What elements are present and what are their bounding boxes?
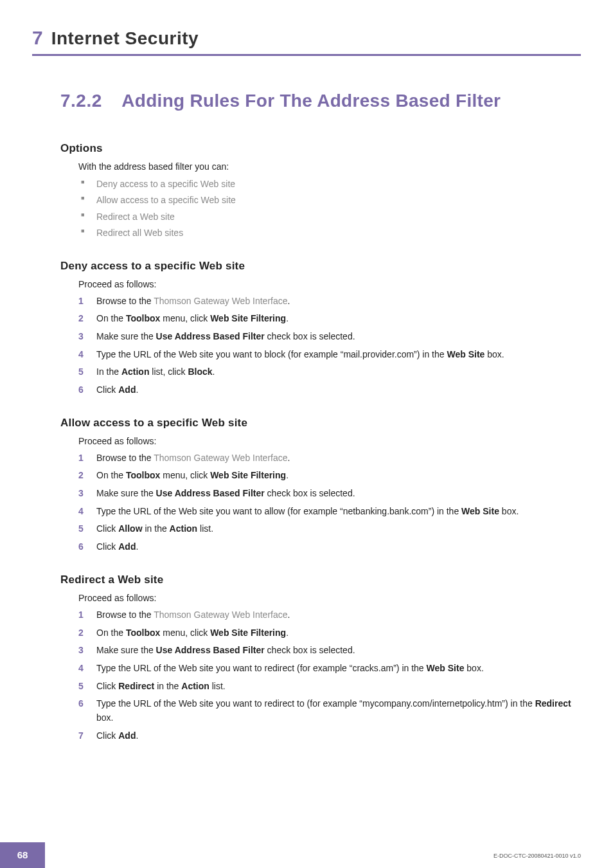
step-text: Browse to the (96, 453, 154, 463)
step-number: 4 (78, 662, 90, 676)
bold-text: Block (188, 366, 212, 377)
step-number: 6 (78, 697, 90, 711)
step-item: 6Type the URL of the Web site you want t… (78, 697, 581, 725)
deny-steps: 1Browse to the Thomson Gateway Web Inter… (78, 294, 581, 397)
redirect-heading: Redirect a Web site (60, 574, 581, 586)
step-text: in the (143, 523, 170, 534)
bold-text: Web Site (447, 349, 484, 359)
options-intro: With the address based filter you can: (78, 161, 581, 172)
bold-text: Action (170, 523, 198, 534)
bold-text: Add (118, 384, 136, 395)
step-text: Make sure the (96, 645, 156, 655)
bold-text: Action (121, 366, 150, 377)
allow-heading: Allow access to a specific Web site (60, 417, 581, 429)
step-text: list. (197, 523, 213, 534)
page: 7 Internet Security 7.2.2 Adding Rules F… (0, 0, 613, 868)
step-text: . (286, 470, 289, 480)
step-item: 3Make sure the Use Address Based Filter … (78, 487, 581, 501)
list-item: Allow access to a specific Web site (78, 193, 581, 207)
step-text: menu, click (160, 470, 210, 480)
step-text: menu, click (160, 313, 210, 323)
step-number: 3 (78, 487, 90, 501)
bold-text: Use Address Based Filter (156, 488, 265, 498)
step-text: . (213, 366, 215, 377)
step-text: Make sure the (96, 331, 156, 341)
step-number: 5 (78, 522, 90, 536)
step-text: . (136, 730, 138, 741)
step-text: in the (154, 681, 181, 691)
section-title: 7.2.2 Adding Rules For The Address Based… (60, 91, 581, 111)
bold-text: Add (118, 730, 136, 741)
step-text: Click (96, 523, 118, 534)
step-item: 1Browse to the Thomson Gateway Web Inter… (78, 608, 581, 622)
step-number: 5 (78, 365, 90, 379)
step-number: 5 (78, 680, 90, 694)
step-text: Type the URL of the Web site you want to… (96, 663, 427, 673)
step-text: box. (96, 712, 113, 723)
step-text: check box is selected. (265, 488, 355, 498)
step-text: . (288, 296, 290, 306)
step-text: On the (96, 628, 126, 638)
bold-text: Redirect (118, 681, 154, 691)
page-footer: 68 E-DOC-CTC-20080421-0010 v1.0 (0, 842, 613, 868)
content: Options With the address based filter yo… (60, 142, 581, 743)
step-text: box. (464, 663, 483, 673)
allow-steps: 1Browse to the Thomson Gateway Web Inter… (78, 451, 581, 554)
step-text: Click (96, 681, 118, 691)
step-item: 5Click Redirect in the Action list. (78, 680, 581, 694)
step-item: 3Make sure the Use Address Based Filter … (78, 644, 581, 658)
step-text: Type the URL of the Web site you want to… (96, 698, 535, 709)
chapter-title: Internet Security (51, 28, 199, 49)
step-text: . (286, 628, 289, 638)
deny-intro: Proceed as follows: (78, 279, 581, 289)
allow-intro: Proceed as follows: (78, 436, 581, 446)
step-item: 2On the Toolbox menu, click Web Site Fil… (78, 626, 581, 640)
step-text: Make sure the (96, 488, 156, 498)
bold-text: Redirect (535, 698, 571, 709)
step-text: Type the URL of the Web site you want to… (96, 349, 447, 359)
step-number: 2 (78, 626, 90, 640)
step-text: Click (96, 384, 118, 395)
bold-text: Use Address Based Filter (156, 645, 265, 655)
step-text: On the (96, 470, 126, 480)
step-number: 1 (78, 451, 90, 466)
step-text: Browse to the (96, 610, 154, 620)
step-number: 1 (78, 294, 90, 309)
chapter-header: 7 Internet Security (32, 27, 581, 56)
bold-text: Web Site (461, 506, 499, 516)
section-number: 7.2.2 (60, 91, 102, 111)
bold-text: Action (181, 681, 209, 691)
step-item: 5Click Allow in the Action list. (78, 522, 581, 536)
deny-heading: Deny access to a specific Web site (60, 260, 581, 273)
section-heading: Adding Rules For The Address Based Filte… (121, 91, 501, 111)
step-number: 2 (78, 469, 90, 483)
bold-text: Toolbox (126, 628, 160, 638)
step-item: 6Click Add. (78, 540, 581, 554)
redirect-steps: 1Browse to the Thomson Gateway Web Inter… (78, 608, 581, 743)
link-thomson-gateway[interactable]: Thomson Gateway Web Interface (154, 296, 287, 306)
step-item: 2On the Toolbox menu, click Web Site Fil… (78, 469, 581, 483)
step-number: 4 (78, 348, 90, 362)
link-thomson-gateway[interactable]: Thomson Gateway Web Interface (154, 610, 287, 620)
step-number: 7 (78, 729, 90, 743)
step-text: box. (484, 349, 504, 359)
step-item: 6Click Add. (78, 383, 581, 397)
step-item: 7Click Add. (78, 729, 581, 743)
step-text: Type the URL of the Web site you want to… (96, 506, 461, 516)
bold-text: Toolbox (126, 470, 160, 480)
bold-text: Toolbox (126, 313, 160, 323)
step-item: 2On the Toolbox menu, click Web Site Fil… (78, 312, 581, 326)
step-text: . (288, 453, 290, 463)
link-thomson-gateway[interactable]: Thomson Gateway Web Interface (154, 453, 287, 463)
step-number: 3 (78, 644, 90, 658)
options-list: Deny access to a specific Web site Allow… (78, 177, 581, 240)
step-text: . (288, 610, 290, 620)
step-text: . (286, 313, 289, 323)
chapter-number: 7 (32, 27, 43, 49)
step-text: On the (96, 313, 126, 323)
step-item: 3Make sure the Use Address Based Filter … (78, 330, 581, 344)
step-text: In the (96, 366, 121, 377)
step-text: box. (499, 506, 519, 516)
step-item: 4Type the URL of the Web site you want t… (78, 662, 581, 676)
step-number: 4 (78, 505, 90, 519)
